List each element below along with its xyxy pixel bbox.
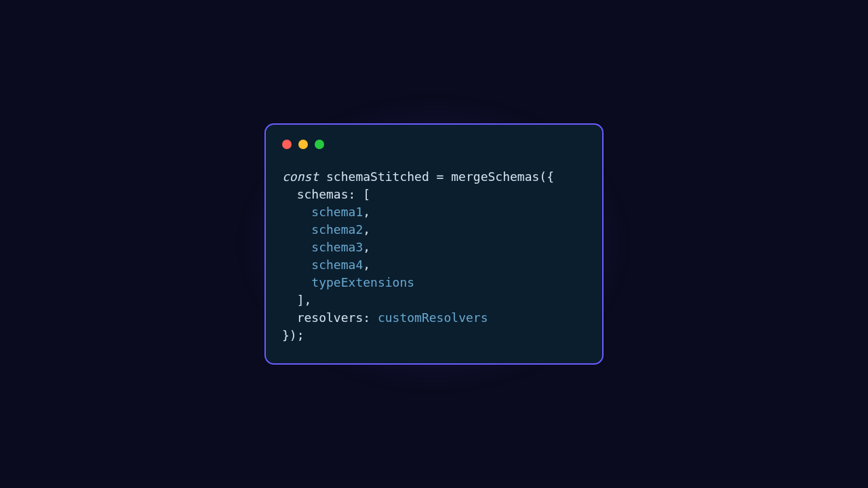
item-schema2: schema2 [311, 222, 363, 237]
operator-equals: = [437, 169, 444, 184]
item-schema1: schema1 [311, 205, 363, 219]
colon-1: : [349, 187, 356, 201]
comma-2: , [363, 222, 370, 237]
comma-5: , [304, 293, 312, 307]
bracket-close: ] [297, 293, 304, 307]
prop-schemas: schemas [297, 187, 349, 201]
comma-1: , [363, 205, 370, 219]
fn-mergeSchemas: mergeSchemas [451, 169, 539, 184]
keyword-const: const [282, 169, 319, 184]
comma-4: , [363, 258, 370, 272]
maximize-icon[interactable] [315, 140, 324, 149]
code-window: const schemaStitched = mergeSchemas({ sc… [264, 123, 604, 365]
bracket-open: [ [363, 187, 370, 201]
prop-resolvers: resolvers [297, 310, 363, 325]
code-window-glow: const schemaStitched = mergeSchemas({ sc… [264, 123, 604, 365]
item-schema3: schema3 [311, 240, 363, 254]
code-block: const schemaStitched = mergeSchemas({ sc… [282, 168, 586, 345]
val-customResolvers: customResolvers [378, 310, 488, 325]
paren-open: ({ [539, 169, 554, 184]
item-typeExtensions: typeExtensions [311, 275, 414, 289]
colon-2: : [363, 310, 370, 325]
minimize-icon[interactable] [298, 140, 308, 149]
var-schemaStitched: schemaStitched [326, 169, 429, 184]
comma-3: , [363, 240, 370, 254]
item-schema4: schema4 [311, 258, 363, 272]
window-titlebar [282, 140, 586, 149]
paren-close: }); [282, 328, 304, 342]
close-icon[interactable] [282, 140, 292, 149]
